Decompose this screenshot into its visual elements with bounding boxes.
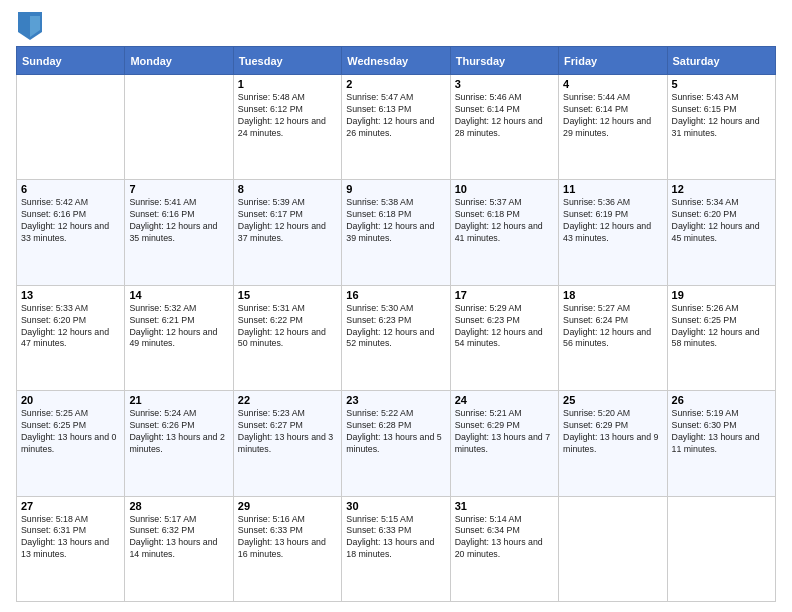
calendar-week-3: 13Sunrise: 5:33 AM Sunset: 6:20 PM Dayli…	[17, 285, 776, 390]
calendar-cell: 20Sunrise: 5:25 AM Sunset: 6:25 PM Dayli…	[17, 391, 125, 496]
day-info: Sunrise: 5:22 AM Sunset: 6:28 PM Dayligh…	[346, 408, 445, 456]
day-info: Sunrise: 5:15 AM Sunset: 6:33 PM Dayligh…	[346, 514, 445, 562]
calendar-header-saturday: Saturday	[667, 47, 775, 75]
calendar-header-sunday: Sunday	[17, 47, 125, 75]
calendar-cell: 13Sunrise: 5:33 AM Sunset: 6:20 PM Dayli…	[17, 285, 125, 390]
header	[16, 12, 776, 40]
calendar-cell: 19Sunrise: 5:26 AM Sunset: 6:25 PM Dayli…	[667, 285, 775, 390]
calendar-cell: 27Sunrise: 5:18 AM Sunset: 6:31 PM Dayli…	[17, 496, 125, 601]
day-info: Sunrise: 5:32 AM Sunset: 6:21 PM Dayligh…	[129, 303, 228, 351]
calendar-week-2: 6Sunrise: 5:42 AM Sunset: 6:16 PM Daylig…	[17, 180, 776, 285]
calendar-week-5: 27Sunrise: 5:18 AM Sunset: 6:31 PM Dayli…	[17, 496, 776, 601]
calendar-cell: 30Sunrise: 5:15 AM Sunset: 6:33 PM Dayli…	[342, 496, 450, 601]
day-info: Sunrise: 5:41 AM Sunset: 6:16 PM Dayligh…	[129, 197, 228, 245]
calendar-cell	[125, 75, 233, 180]
day-number: 9	[346, 183, 445, 195]
calendar-cell: 31Sunrise: 5:14 AM Sunset: 6:34 PM Dayli…	[450, 496, 558, 601]
day-number: 3	[455, 78, 554, 90]
logo	[16, 12, 42, 40]
calendar-cell: 23Sunrise: 5:22 AM Sunset: 6:28 PM Dayli…	[342, 391, 450, 496]
day-info: Sunrise: 5:33 AM Sunset: 6:20 PM Dayligh…	[21, 303, 120, 351]
day-number: 30	[346, 500, 445, 512]
calendar-cell: 2Sunrise: 5:47 AM Sunset: 6:13 PM Daylig…	[342, 75, 450, 180]
day-info: Sunrise: 5:37 AM Sunset: 6:18 PM Dayligh…	[455, 197, 554, 245]
day-number: 23	[346, 394, 445, 406]
day-number: 14	[129, 289, 228, 301]
calendar-cell: 28Sunrise: 5:17 AM Sunset: 6:32 PM Dayli…	[125, 496, 233, 601]
calendar-cell: 25Sunrise: 5:20 AM Sunset: 6:29 PM Dayli…	[559, 391, 667, 496]
day-info: Sunrise: 5:19 AM Sunset: 6:30 PM Dayligh…	[672, 408, 771, 456]
day-info: Sunrise: 5:23 AM Sunset: 6:27 PM Dayligh…	[238, 408, 337, 456]
day-number: 12	[672, 183, 771, 195]
day-number: 27	[21, 500, 120, 512]
page: SundayMondayTuesdayWednesdayThursdayFrid…	[0, 0, 792, 612]
calendar-cell: 16Sunrise: 5:30 AM Sunset: 6:23 PM Dayli…	[342, 285, 450, 390]
day-info: Sunrise: 5:39 AM Sunset: 6:17 PM Dayligh…	[238, 197, 337, 245]
calendar-cell: 12Sunrise: 5:34 AM Sunset: 6:20 PM Dayli…	[667, 180, 775, 285]
calendar-cell: 14Sunrise: 5:32 AM Sunset: 6:21 PM Dayli…	[125, 285, 233, 390]
calendar-cell: 3Sunrise: 5:46 AM Sunset: 6:14 PM Daylig…	[450, 75, 558, 180]
day-number: 29	[238, 500, 337, 512]
day-number: 10	[455, 183, 554, 195]
calendar-cell: 21Sunrise: 5:24 AM Sunset: 6:26 PM Dayli…	[125, 391, 233, 496]
day-info: Sunrise: 5:26 AM Sunset: 6:25 PM Dayligh…	[672, 303, 771, 351]
day-info: Sunrise: 5:38 AM Sunset: 6:18 PM Dayligh…	[346, 197, 445, 245]
day-number: 8	[238, 183, 337, 195]
calendar-cell: 7Sunrise: 5:41 AM Sunset: 6:16 PM Daylig…	[125, 180, 233, 285]
calendar-header-row: SundayMondayTuesdayWednesdayThursdayFrid…	[17, 47, 776, 75]
day-number: 31	[455, 500, 554, 512]
day-info: Sunrise: 5:29 AM Sunset: 6:23 PM Dayligh…	[455, 303, 554, 351]
day-info: Sunrise: 5:27 AM Sunset: 6:24 PM Dayligh…	[563, 303, 662, 351]
day-info: Sunrise: 5:36 AM Sunset: 6:19 PM Dayligh…	[563, 197, 662, 245]
calendar-cell: 9Sunrise: 5:38 AM Sunset: 6:18 PM Daylig…	[342, 180, 450, 285]
day-info: Sunrise: 5:30 AM Sunset: 6:23 PM Dayligh…	[346, 303, 445, 351]
calendar-week-1: 1Sunrise: 5:48 AM Sunset: 6:12 PM Daylig…	[17, 75, 776, 180]
day-number: 26	[672, 394, 771, 406]
calendar-header-tuesday: Tuesday	[233, 47, 341, 75]
calendar-cell: 22Sunrise: 5:23 AM Sunset: 6:27 PM Dayli…	[233, 391, 341, 496]
calendar-table: SundayMondayTuesdayWednesdayThursdayFrid…	[16, 46, 776, 602]
calendar-cell: 17Sunrise: 5:29 AM Sunset: 6:23 PM Dayli…	[450, 285, 558, 390]
day-info: Sunrise: 5:48 AM Sunset: 6:12 PM Dayligh…	[238, 92, 337, 140]
calendar-cell: 18Sunrise: 5:27 AM Sunset: 6:24 PM Dayli…	[559, 285, 667, 390]
calendar-cell	[559, 496, 667, 601]
day-info: Sunrise: 5:44 AM Sunset: 6:14 PM Dayligh…	[563, 92, 662, 140]
day-number: 20	[21, 394, 120, 406]
day-number: 28	[129, 500, 228, 512]
calendar-cell: 6Sunrise: 5:42 AM Sunset: 6:16 PM Daylig…	[17, 180, 125, 285]
day-number: 15	[238, 289, 337, 301]
day-number: 2	[346, 78, 445, 90]
day-info: Sunrise: 5:31 AM Sunset: 6:22 PM Dayligh…	[238, 303, 337, 351]
day-info: Sunrise: 5:14 AM Sunset: 6:34 PM Dayligh…	[455, 514, 554, 562]
day-info: Sunrise: 5:17 AM Sunset: 6:32 PM Dayligh…	[129, 514, 228, 562]
day-info: Sunrise: 5:34 AM Sunset: 6:20 PM Dayligh…	[672, 197, 771, 245]
calendar-cell: 1Sunrise: 5:48 AM Sunset: 6:12 PM Daylig…	[233, 75, 341, 180]
day-number: 4	[563, 78, 662, 90]
calendar-cell	[17, 75, 125, 180]
day-info: Sunrise: 5:20 AM Sunset: 6:29 PM Dayligh…	[563, 408, 662, 456]
calendar-week-4: 20Sunrise: 5:25 AM Sunset: 6:25 PM Dayli…	[17, 391, 776, 496]
day-number: 19	[672, 289, 771, 301]
calendar-cell: 15Sunrise: 5:31 AM Sunset: 6:22 PM Dayli…	[233, 285, 341, 390]
day-info: Sunrise: 5:16 AM Sunset: 6:33 PM Dayligh…	[238, 514, 337, 562]
day-number: 1	[238, 78, 337, 90]
day-info: Sunrise: 5:21 AM Sunset: 6:29 PM Dayligh…	[455, 408, 554, 456]
calendar-cell: 26Sunrise: 5:19 AM Sunset: 6:30 PM Dayli…	[667, 391, 775, 496]
calendar-cell: 4Sunrise: 5:44 AM Sunset: 6:14 PM Daylig…	[559, 75, 667, 180]
calendar-cell: 29Sunrise: 5:16 AM Sunset: 6:33 PM Dayli…	[233, 496, 341, 601]
calendar-cell: 8Sunrise: 5:39 AM Sunset: 6:17 PM Daylig…	[233, 180, 341, 285]
day-number: 5	[672, 78, 771, 90]
day-number: 6	[21, 183, 120, 195]
day-info: Sunrise: 5:42 AM Sunset: 6:16 PM Dayligh…	[21, 197, 120, 245]
calendar-cell	[667, 496, 775, 601]
day-info: Sunrise: 5:18 AM Sunset: 6:31 PM Dayligh…	[21, 514, 120, 562]
day-number: 7	[129, 183, 228, 195]
day-number: 25	[563, 394, 662, 406]
day-number: 18	[563, 289, 662, 301]
calendar-cell: 10Sunrise: 5:37 AM Sunset: 6:18 PM Dayli…	[450, 180, 558, 285]
calendar-cell: 5Sunrise: 5:43 AM Sunset: 6:15 PM Daylig…	[667, 75, 775, 180]
day-number: 11	[563, 183, 662, 195]
calendar-cell: 11Sunrise: 5:36 AM Sunset: 6:19 PM Dayli…	[559, 180, 667, 285]
calendar-cell: 24Sunrise: 5:21 AM Sunset: 6:29 PM Dayli…	[450, 391, 558, 496]
day-number: 21	[129, 394, 228, 406]
